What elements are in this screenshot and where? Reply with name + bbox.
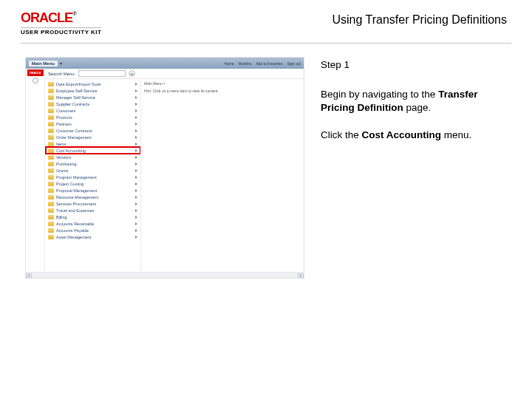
menu-item-label: Services Procurement [56,202,96,206]
menu-item[interactable]: Items [46,140,140,147]
menu-item[interactable]: Resource Management [46,194,140,200]
search-go-icon[interactable]: ≫ [129,70,135,77]
submenu-arrow-icon [135,222,137,225]
submenu-arrow-icon [135,89,137,92]
menu-item-label: Project Costing [56,182,83,186]
submenu-arrow-icon [135,149,137,152]
folder-icon [48,155,54,160]
menu-item-label: Products [56,115,72,120]
main-menu-breadcrumb[interactable]: Main Menu [29,61,58,66]
sidebar-toggle-icon[interactable] [33,78,38,83]
submenu-arrow-icon [135,176,137,179]
folder-icon [48,162,54,166]
folder-icon [48,142,54,146]
menu-item[interactable]: Data Export/Import Tools [46,81,140,87]
submenu-arrow-icon [135,236,137,239]
menu-item[interactable]: Billing [46,214,140,220]
search-menu-input[interactable] [78,70,126,77]
submenu-arrow-icon [135,156,137,159]
menu-item[interactable]: Customer Contracts [46,127,140,134]
submenu-arrow-icon [135,83,137,86]
horizontal-scrollbar[interactable]: ◂ ▸ [26,272,304,278]
folder-icon [48,168,54,173]
menu-item-label: Customers [56,109,76,113]
step-label: Step 1 [321,58,511,72]
submenu-arrow-icon [135,229,137,232]
folder-icon [48,149,54,153]
menu-item[interactable]: Vendors [46,154,140,160]
menu-item-label: Customer Contracts [56,129,92,133]
menu-item-label: Partners [56,122,72,126]
menu-item[interactable]: Grants [46,167,140,174]
oracle-logo-block: ORACLE® USER PRODUCTIVITY KIT [21,10,101,35]
lesson-title: Using Transfer Pricing Definitions [332,10,511,27]
folder-icon [48,89,54,93]
oracle-logo-text: ORACLE [21,10,72,25]
menu-item[interactable]: Proposal Management [46,187,140,194]
menu-item[interactable]: Partners [46,120,140,127]
menu-item-cost-accounting[interactable]: Cost Accounting [46,147,140,154]
instruction-action: Click the Cost Accounting menu. [321,129,511,142]
submenu-arrow-icon [135,196,137,199]
menu-item-label: Supplier Contracts [56,102,89,106]
folder-icon [48,182,54,186]
app-sidebar: ORACLE [26,69,45,272]
menu-item-label: Travel and Expenses [56,208,94,213]
upk-subtitle: USER PRODUCTIVITY KIT [21,27,101,35]
menu-item-label: Billing [56,215,67,219]
submenu-arrow-icon [135,96,137,99]
submenu-arrow-icon [135,209,137,212]
search-menu-label: Search Menu: [48,72,75,76]
submenu-arrow-icon [135,103,137,106]
menu-item-label: Accounts Payable [56,228,89,233]
menu-item[interactable]: Accounts Receivable [46,220,140,227]
folder-icon [48,102,54,106]
instruction-panel: Step 1 Begin by navigating to the Transf… [321,57,511,155]
menu-item[interactable]: Services Procurement [46,200,140,207]
menu-item-label: Resource Management [56,195,98,200]
menu-item-label: Purchasing [56,162,77,166]
menu-item[interactable]: Project Costing [46,180,140,187]
folder-icon [48,235,54,239]
register-mark: ® [72,10,76,17]
menu-item[interactable]: Employee Self-Service [46,87,140,94]
menu-item-label: Accounts Receivable [56,222,94,226]
folder-icon [48,208,54,213]
folder-icon [48,175,54,180]
folder-icon [48,129,54,133]
submenu-arrow-icon [135,216,137,219]
topbar-link-signout[interactable]: Sign out [287,61,301,66]
menu-item[interactable]: Products [46,114,140,120]
scroll-right-icon[interactable]: ▸ [298,273,304,278]
submenu-arrow-icon [135,183,137,185]
submenu-arrow-icon [135,116,137,119]
chevron-down-icon: ▾ [60,61,62,66]
menu-item[interactable]: Supplier Contracts [46,100,140,107]
menu-item-label: Order Management [56,135,92,140]
menu-item[interactable]: Purchasing [46,160,140,167]
menu-item-label: Employee Self-Service [56,89,98,93]
menu-item[interactable]: Asset Management [46,233,140,240]
topbar-link-favorites[interactable]: Add to Favorites [256,61,282,66]
folder-icon [48,215,54,219]
menu-item[interactable]: Accounts Payable [46,227,140,233]
topbar-link-worklist[interactable]: Worklist [239,61,252,66]
folder-icon [48,228,54,233]
app-topbar: Main Menu ▾ Home Worklist Add to Favorit… [26,58,304,69]
oracle-logo: ORACLE® [21,10,101,26]
menu-item-label: Asset Management [56,235,91,239]
menu-item[interactable]: Manager Self-Service [46,94,140,100]
menu-item-label: Grants [56,168,69,173]
menu-item[interactable]: Program Management [46,174,140,180]
menu-column: Data Export/Import ToolsEmployee Self-Se… [45,79,141,272]
submenu-arrow-icon [135,143,137,146]
menu-item[interactable]: Travel and Expenses [46,207,140,214]
topbar-link-home[interactable]: Home [224,61,233,66]
menu-item[interactable]: Order Management [46,134,140,140]
menu-item[interactable]: Customers [46,107,140,114]
page-header: ORACLE® USER PRODUCTIVITY KIT Using Tran… [0,0,532,41]
menu-item-label: Vendors [56,155,71,160]
search-menu-row: Search Menu: ≫ [45,69,304,79]
scroll-left-icon[interactable]: ◂ [26,273,32,278]
menu-item-label: Cost Accounting [56,149,86,153]
